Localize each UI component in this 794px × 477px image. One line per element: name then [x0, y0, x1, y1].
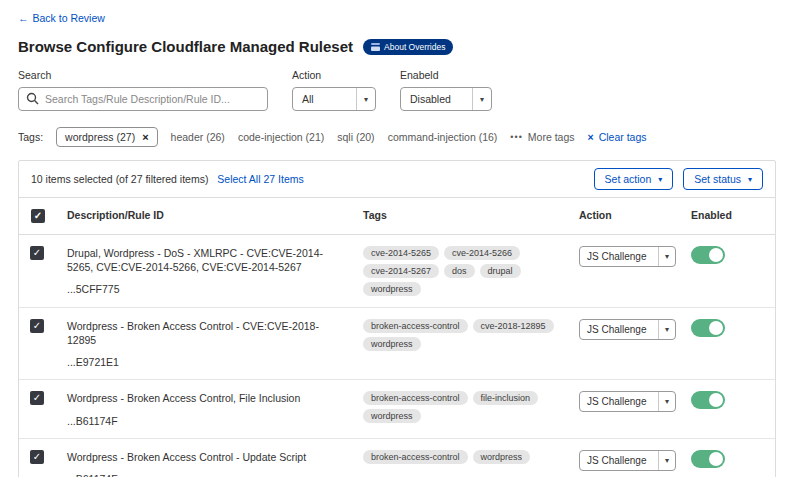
toggle-knob [709, 321, 723, 335]
toggle-knob [709, 452, 723, 466]
tag-option[interactable]: header (26) [171, 131, 225, 143]
enabled-toggle[interactable] [691, 450, 725, 468]
tag-chip: broken-access-control [363, 450, 468, 464]
title-row: Browse Configure Cloudflare Managed Rule… [18, 38, 776, 55]
header-tags: Tags [363, 198, 579, 234]
rule-id: ...E9721E1 [67, 356, 351, 368]
about-overrides-badge[interactable]: About Overrides [363, 39, 453, 55]
row-action-value: JS Challenge [587, 251, 646, 262]
tag-chip: wordpress [363, 337, 421, 351]
row-action-select[interactable]: JS Challenge ▾ [579, 319, 676, 340]
enabled-toggle[interactable] [691, 319, 725, 337]
set-status-label: Set status [694, 173, 741, 185]
header-action: Action [579, 198, 691, 234]
row-checkbox[interactable]: ✓ [30, 246, 44, 260]
action-filter-value: All [302, 93, 314, 105]
rule-description: Wordpress - Broken Access Control - CVE:… [67, 319, 351, 347]
toggle-knob [709, 248, 723, 262]
enabled-label: Enabeld [400, 69, 492, 81]
chevron-down-icon: ▾ [658, 392, 675, 411]
row-checkbox[interactable]: ✓ [30, 450, 44, 464]
back-link[interactable]: ← Back to Review [18, 12, 105, 24]
tag-chip: cve-2014-5265 [363, 246, 439, 260]
set-status-button[interactable]: Set status ▾ [683, 168, 763, 190]
page-title: Browse Configure Cloudflare Managed Rule… [18, 38, 353, 55]
action-filter: Action All ▾ [292, 69, 376, 111]
chevron-down-icon: ▾ [658, 320, 675, 339]
rule-tags: broken-access-controlwordpress [363, 439, 579, 477]
row-action-value: JS Challenge [587, 324, 646, 335]
page: ← Back to Review Browse Configure Cloudf… [0, 0, 794, 477]
tag-options: header (26)code-injection (21)sqli (20)c… [171, 131, 498, 143]
rule-description: Wordpress - Broken Access Control - Upda… [67, 450, 351, 464]
row-action-select[interactable]: JS Challenge ▾ [579, 246, 676, 267]
clear-tags-icon: × [587, 131, 593, 143]
tag-chip: broken-access-control [363, 319, 468, 333]
row-checkbox[interactable]: ✓ [30, 319, 44, 333]
rule-tags: broken-access-controlfile-inclusionwordp… [363, 380, 579, 437]
chevron-down-icon: ▾ [658, 175, 662, 184]
rule-description: Drupal, Wordpress - DoS - XMLRPC - CVE:C… [67, 246, 351, 274]
select-all-link[interactable]: Select All 27 Items [217, 173, 303, 185]
rule-id: ...B61174F [67, 473, 351, 477]
tag-chip: dos [444, 264, 475, 278]
tag-chip: wordpress [473, 450, 531, 464]
more-tags-button[interactable]: ••• More tags [510, 131, 574, 143]
selection-info: 10 items selected (of 27 filtered items)… [31, 173, 304, 185]
remove-tag-icon[interactable]: × [142, 131, 148, 143]
rule-tags: cve-2014-5265cve-2014-5266cve-2014-5267d… [363, 235, 579, 307]
clear-tags-label: Clear tags [599, 131, 647, 143]
chevron-down-icon: ▾ [356, 88, 375, 110]
header-enabled: Enabled [691, 198, 775, 234]
enabled-filter-select[interactable]: Disabled ▾ [400, 87, 492, 111]
tag-chip: cve-2018-12895 [473, 319, 554, 333]
tag-option[interactable]: code-injection (21) [238, 131, 324, 143]
row-action-select[interactable]: JS Challenge ▾ [579, 391, 676, 412]
selected-tag-chip[interactable]: wordpress (27) × [56, 127, 157, 147]
clear-tags-button[interactable]: × Clear tags [587, 131, 646, 143]
row-action-value: JS Challenge [587, 455, 646, 466]
search-input[interactable] [18, 87, 268, 111]
table-header-row: ✓ Description/Rule ID Tags Action Enable… [19, 198, 775, 235]
more-tags-label: More tags [528, 131, 575, 143]
tag-chip: wordpress [363, 282, 421, 296]
toggle-knob [709, 393, 723, 407]
table-row: ✓ Wordpress - Broken Access Control - CV… [19, 308, 775, 380]
rules-table-body: ✓ Drupal, Wordpress - DoS - XMLRPC - CVE… [19, 235, 775, 477]
set-action-button[interactable]: Set action ▾ [594, 168, 674, 190]
rule-description: Wordpress - Broken Access Control, File … [67, 391, 351, 405]
table-row: ✓ Wordpress - Broken Access Control - Up… [19, 439, 775, 477]
chevron-down-icon: ▾ [658, 451, 675, 470]
tags-label: Tags: [18, 131, 43, 143]
tag-chip: drupal [480, 264, 521, 278]
tag-chip: broken-access-control [363, 391, 468, 405]
action-filter-select[interactable]: All ▾ [292, 87, 376, 111]
select-all-checkbox[interactable]: ✓ [31, 209, 45, 223]
selected-tag-label: wordpress (27) [65, 131, 135, 143]
overrides-icon [371, 43, 380, 51]
enabled-toggle[interactable] [691, 391, 725, 409]
rule-id: ...B61174F [67, 415, 351, 427]
row-action-value: JS Challenge [587, 396, 646, 407]
row-action-select[interactable]: JS Challenge ▾ [579, 450, 676, 471]
table-row: ✓ Wordpress - Broken Access Control, Fil… [19, 380, 775, 438]
action-label: Action [292, 69, 376, 81]
tag-option[interactable]: command-injection (16) [388, 131, 498, 143]
tag-chip: cve-2014-5267 [363, 264, 439, 278]
badge-label: About Overrides [384, 42, 445, 52]
selection-count: 10 items selected (of 27 filtered items) [31, 173, 208, 185]
tag-chip: file-inclusion [473, 391, 539, 405]
selection-bar: 10 items selected (of 27 filtered items)… [19, 161, 775, 198]
chevron-down-icon: ▾ [472, 88, 491, 110]
header-description: Description/Rule ID [67, 198, 363, 234]
filters: Search Action All ▾ Enabeld Disabled ▾ [18, 69, 776, 111]
more-dots-icon: ••• [510, 132, 522, 142]
row-checkbox[interactable]: ✓ [30, 391, 44, 405]
tag-option[interactable]: sqli (20) [337, 131, 374, 143]
set-action-label: Set action [605, 173, 652, 185]
search-label: Search [18, 69, 268, 81]
enabled-filter: Enabeld Disabled ▾ [400, 69, 492, 111]
table-row: ✓ Drupal, Wordpress - DoS - XMLRPC - CVE… [19, 235, 775, 308]
enabled-toggle[interactable] [691, 246, 725, 264]
tag-chip: wordpress [363, 409, 421, 423]
